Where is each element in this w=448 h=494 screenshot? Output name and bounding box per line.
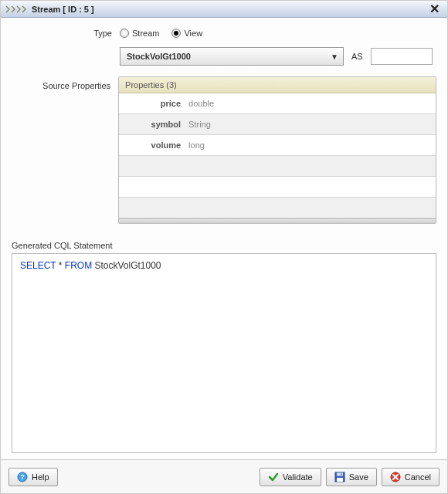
cql-keyword: FROM	[65, 260, 92, 271]
save-button-label: Save	[349, 472, 368, 482]
property-row-empty	[119, 156, 436, 177]
properties-panel: Properties (3) price double symbol Strin…	[118, 76, 436, 224]
property-row: symbol String	[119, 114, 436, 135]
chevron-down-icon: ▼	[331, 52, 338, 61]
type-label: Type	[12, 29, 120, 38]
svg-text:?: ?	[20, 473, 25, 481]
property-type: String	[188, 120, 211, 129]
property-type: double	[188, 99, 214, 108]
type-radio-group: Stream View	[120, 29, 202, 38]
validate-button-label: Validate	[283, 472, 313, 482]
cql-text: StockVolGt1000	[92, 260, 161, 271]
svg-rect-4	[337, 478, 343, 482]
as-input[interactable]	[371, 48, 433, 65]
property-name: volume	[119, 140, 188, 150]
cancel-button-label: Cancel	[405, 472, 431, 482]
property-name: price	[119, 99, 188, 108]
chevrons-icon	[5, 5, 27, 14]
cql-keyword: SELECT	[20, 260, 56, 271]
source-select-value: StockVolGt1000	[127, 52, 191, 61]
property-type: long	[188, 140, 205, 150]
check-icon	[268, 472, 279, 482]
properties-header: Properties (3)	[119, 77, 436, 93]
window-title: Stream [ ID : 5 ]	[32, 5, 426, 14]
cancel-button[interactable]: Cancel	[382, 468, 440, 486]
property-row-empty	[119, 177, 436, 198]
titlebar: Stream [ ID : 5 ] ✕	[1, 1, 447, 18]
cql-label: Generated CQL Statement	[12, 241, 436, 250]
properties-panel-footer	[119, 218, 436, 223]
property-name: symbol	[119, 120, 188, 129]
button-bar: ? Help Validate Save	[1, 459, 447, 493]
source-select[interactable]: StockVolGt1000 ▼	[120, 47, 344, 66]
help-button[interactable]: ? Help	[8, 468, 58, 486]
radio-view[interactable]: View	[171, 29, 202, 38]
help-button-label: Help	[32, 472, 49, 482]
radio-view-label: View	[184, 29, 202, 38]
floppy-icon	[334, 472, 345, 482]
property-row: volume long	[119, 135, 436, 156]
source-properties-label: Source Properties	[12, 76, 118, 90]
close-icon[interactable]: ✕	[426, 2, 443, 16]
radio-icon	[120, 29, 129, 38]
source-properties-row: Source Properties Properties (3) price d…	[12, 76, 436, 224]
validate-button[interactable]: Validate	[260, 468, 321, 486]
svg-rect-5	[341, 473, 342, 475]
property-row: price double	[119, 93, 436, 114]
help-icon: ?	[17, 472, 28, 482]
as-label: AS	[351, 52, 363, 61]
radio-stream[interactable]: Stream	[120, 29, 159, 38]
cancel-icon	[390, 472, 401, 482]
type-row: Type Stream View	[12, 29, 436, 38]
radio-stream-label: Stream	[132, 29, 159, 38]
svg-rect-3	[337, 472, 343, 475]
property-row-empty	[119, 198, 436, 218]
cql-textarea[interactable]: SELECT * FROM StockVolGt1000	[12, 253, 436, 453]
radio-icon	[171, 29, 181, 38]
cql-text: *	[56, 260, 64, 271]
content-area: Type Stream View StockVolGt1000 ▼ AS Sou…	[1, 18, 447, 459]
select-row: StockVolGt1000 ▼ AS	[12, 47, 436, 66]
save-button[interactable]: Save	[326, 468, 377, 486]
